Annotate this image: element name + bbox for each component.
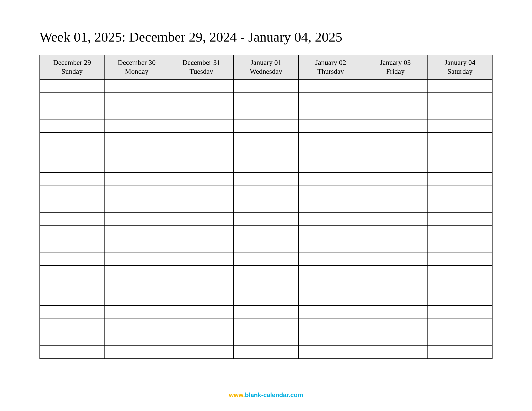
calendar-cell[interactable] [104, 133, 169, 146]
calendar-cell[interactable] [428, 172, 492, 186]
calendar-cell[interactable] [104, 279, 169, 292]
calendar-cell[interactable] [40, 146, 104, 159]
calendar-cell[interactable] [169, 133, 234, 146]
calendar-cell[interactable] [104, 199, 169, 212]
calendar-cell[interactable] [298, 106, 363, 119]
calendar-cell[interactable] [298, 292, 363, 306]
calendar-cell[interactable] [104, 252, 169, 266]
calendar-cell[interactable] [40, 332, 104, 345]
calendar-cell[interactable] [428, 106, 492, 119]
calendar-cell[interactable] [363, 212, 428, 226]
calendar-cell[interactable] [428, 79, 492, 93]
calendar-cell[interactable] [169, 106, 234, 119]
calendar-cell[interactable] [40, 79, 104, 93]
calendar-cell[interactable] [363, 226, 428, 239]
calendar-cell[interactable] [428, 306, 492, 319]
calendar-cell[interactable] [104, 79, 169, 93]
calendar-cell[interactable] [428, 332, 492, 345]
calendar-cell[interactable] [428, 159, 492, 172]
calendar-cell[interactable] [298, 252, 363, 266]
calendar-cell[interactable] [234, 93, 298, 106]
calendar-cell[interactable] [104, 186, 169, 199]
calendar-cell[interactable] [169, 186, 234, 199]
calendar-cell[interactable] [40, 239, 104, 252]
calendar-cell[interactable] [169, 252, 234, 266]
calendar-cell[interactable] [363, 292, 428, 306]
calendar-cell[interactable] [104, 172, 169, 186]
calendar-cell[interactable] [234, 159, 298, 172]
calendar-cell[interactable] [363, 93, 428, 106]
calendar-cell[interactable] [363, 199, 428, 212]
calendar-cell[interactable] [234, 199, 298, 212]
calendar-cell[interactable] [298, 172, 363, 186]
calendar-cell[interactable] [169, 146, 234, 159]
calendar-cell[interactable] [234, 226, 298, 239]
calendar-cell[interactable] [169, 279, 234, 292]
calendar-cell[interactable] [40, 133, 104, 146]
calendar-cell[interactable] [363, 106, 428, 119]
calendar-cell[interactable] [298, 332, 363, 345]
calendar-cell[interactable] [104, 106, 169, 119]
calendar-cell[interactable] [169, 345, 234, 359]
calendar-cell[interactable] [104, 212, 169, 226]
calendar-cell[interactable] [428, 292, 492, 306]
calendar-cell[interactable] [234, 252, 298, 266]
calendar-cell[interactable] [428, 239, 492, 252]
calendar-cell[interactable] [40, 226, 104, 239]
calendar-cell[interactable] [234, 119, 298, 133]
calendar-cell[interactable] [234, 186, 298, 199]
calendar-cell[interactable] [169, 199, 234, 212]
calendar-cell[interactable] [428, 345, 492, 359]
calendar-cell[interactable] [40, 345, 104, 359]
calendar-cell[interactable] [363, 159, 428, 172]
calendar-cell[interactable] [363, 239, 428, 252]
calendar-cell[interactable] [363, 79, 428, 93]
calendar-cell[interactable] [298, 133, 363, 146]
calendar-cell[interactable] [169, 306, 234, 319]
calendar-cell[interactable] [234, 306, 298, 319]
calendar-cell[interactable] [40, 93, 104, 106]
calendar-cell[interactable] [40, 199, 104, 212]
calendar-cell[interactable] [298, 159, 363, 172]
calendar-cell[interactable] [428, 119, 492, 133]
calendar-cell[interactable] [169, 266, 234, 279]
calendar-cell[interactable] [169, 212, 234, 226]
calendar-cell[interactable] [234, 292, 298, 306]
calendar-cell[interactable] [169, 159, 234, 172]
calendar-cell[interactable] [40, 159, 104, 172]
calendar-cell[interactable] [363, 119, 428, 133]
calendar-cell[interactable] [234, 172, 298, 186]
calendar-cell[interactable] [169, 93, 234, 106]
calendar-cell[interactable] [363, 279, 428, 292]
calendar-cell[interactable] [298, 212, 363, 226]
calendar-cell[interactable] [40, 172, 104, 186]
calendar-cell[interactable] [428, 252, 492, 266]
calendar-cell[interactable] [234, 332, 298, 345]
calendar-cell[interactable] [363, 332, 428, 345]
calendar-cell[interactable] [169, 119, 234, 133]
calendar-cell[interactable] [169, 172, 234, 186]
calendar-cell[interactable] [298, 119, 363, 133]
calendar-cell[interactable] [40, 319, 104, 332]
calendar-cell[interactable] [104, 306, 169, 319]
calendar-cell[interactable] [234, 266, 298, 279]
calendar-cell[interactable] [363, 172, 428, 186]
calendar-cell[interactable] [234, 345, 298, 359]
calendar-cell[interactable] [363, 319, 428, 332]
calendar-cell[interactable] [428, 226, 492, 239]
calendar-cell[interactable] [298, 186, 363, 199]
calendar-cell[interactable] [40, 119, 104, 133]
calendar-cell[interactable] [104, 226, 169, 239]
calendar-cell[interactable] [428, 319, 492, 332]
calendar-cell[interactable] [104, 332, 169, 345]
calendar-cell[interactable] [363, 186, 428, 199]
calendar-cell[interactable] [428, 146, 492, 159]
calendar-cell[interactable] [234, 106, 298, 119]
calendar-cell[interactable] [104, 159, 169, 172]
calendar-cell[interactable] [298, 199, 363, 212]
calendar-cell[interactable] [169, 292, 234, 306]
calendar-cell[interactable] [298, 239, 363, 252]
calendar-cell[interactable] [234, 146, 298, 159]
calendar-cell[interactable] [40, 292, 104, 306]
calendar-cell[interactable] [104, 119, 169, 133]
